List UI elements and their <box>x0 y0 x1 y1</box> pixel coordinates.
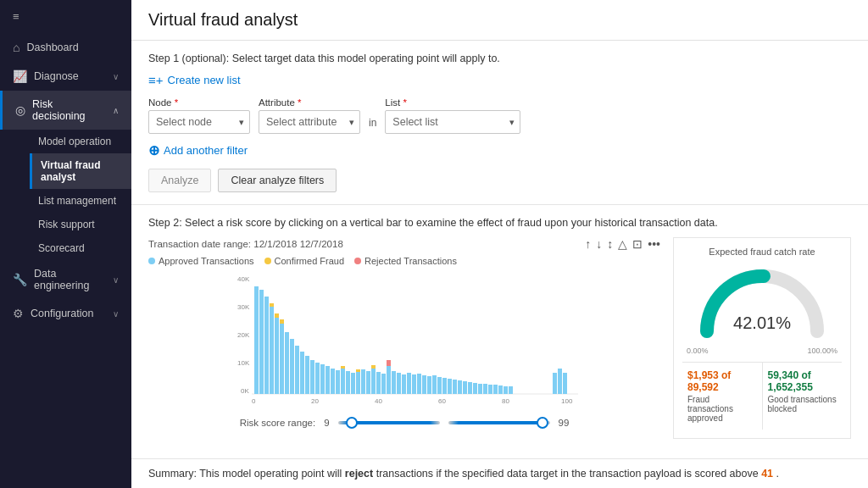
risk-min: 9 <box>324 418 329 428</box>
date-range: Transaction date range: 12/1/2018 12/7/2… <box>148 239 343 249</box>
svg-rect-37 <box>356 369 360 372</box>
gauge-container: 42.01% <box>694 263 830 340</box>
svg-text:30K: 30K <box>237 303 250 311</box>
legend-item-fraud: Confirmed Fraud <box>264 256 345 266</box>
down-arrow-icon[interactable]: ↓ <box>596 237 602 251</box>
svg-rect-19 <box>280 324 284 394</box>
triangle-icon[interactable]: △ <box>618 237 627 251</box>
svg-rect-52 <box>422 375 426 394</box>
sidebar-item-risk-support[interactable]: Risk support <box>30 213 131 236</box>
page-title: Virtual fraud analyst <box>148 10 851 30</box>
date-to: 12/7/2018 <box>300 239 343 249</box>
action-buttons: Analyze Clear analyze filters <box>148 169 851 192</box>
chart-right-panel: Expected fraud catch rate 42.01% 0.00% <box>673 237 851 439</box>
sidebar-item-configuration[interactable]: ⚙ Configuration ∨ <box>0 299 131 328</box>
attribute-select[interactable]: Select attribute <box>259 110 360 134</box>
step1-section: Step 1 (optional): Select target data th… <box>131 41 868 205</box>
risk-min-slider[interactable] <box>338 421 440 424</box>
node-required-mark: * <box>172 97 179 108</box>
svg-rect-39 <box>366 371 370 394</box>
sidebar-item-risk-decisioning[interactable]: ◎ Risk decisioning ∧ <box>0 91 131 130</box>
risk-range-row: Risk score range: 9 99 <box>148 418 660 428</box>
sidebar-item-list-management[interactable]: List management <box>30 189 131 213</box>
home-icon: ⌂ <box>13 41 19 54</box>
svg-rect-14 <box>264 297 269 394</box>
svg-text:0: 0 <box>252 397 256 405</box>
filter-row: Node * Select node Attribute * Select at… <box>148 97 851 134</box>
svg-text:0K: 0K <box>241 387 249 395</box>
svg-rect-62 <box>473 383 477 394</box>
svg-rect-20 <box>280 319 284 324</box>
svg-rect-26 <box>310 360 314 394</box>
svg-rect-34 <box>346 371 350 394</box>
svg-rect-69 <box>509 386 513 394</box>
sidebar-item-label: Model operation <box>38 136 111 147</box>
legend-label-rejected: Rejected Transactions <box>364 256 457 266</box>
up-arrow-icon[interactable]: ↑ <box>585 237 591 251</box>
svg-rect-58 <box>453 380 457 394</box>
list-add-icon: ≡+ <box>148 73 164 87</box>
create-new-list-button[interactable]: ≡+ Create new list <box>148 73 241 87</box>
stat-good-blocked-label: Good transactions blocked <box>768 395 837 413</box>
svg-rect-31 <box>336 370 340 394</box>
chart-legend: Approved Transactions Confirmed Fraud Re… <box>148 256 660 266</box>
svg-rect-13 <box>259 290 264 394</box>
svg-rect-35 <box>351 373 355 394</box>
list-filter-group: List * Select list <box>385 97 520 134</box>
risk-max-slider[interactable] <box>448 421 550 424</box>
attribute-required-mark: * <box>295 97 302 108</box>
bar-chart[interactable]: 40K 30K 20K 10K 0K 0 20 40 60 80 100 <box>148 271 660 407</box>
stat-fraud-approved-value: $1,953 of 89,592 <box>687 369 757 393</box>
sidebar-item-model-operation[interactable]: Model operation <box>30 130 131 153</box>
chevron-down-icon: ∨ <box>113 275 119 285</box>
attribute-filter-group: Attribute * Select attribute <box>259 97 360 134</box>
analyze-button[interactable]: Analyze <box>148 169 211 192</box>
legend-item-approved: Approved Transactions <box>148 256 254 266</box>
chart-area: Transaction date range: 12/1/2018 12/7/2… <box>148 237 851 439</box>
add-filter-button[interactable]: ⊕ Add another filter <box>148 142 851 158</box>
svg-text:20: 20 <box>311 397 319 405</box>
sidebar-item-diagnose[interactable]: 📈 Diagnose ∨ <box>0 62 131 91</box>
gauge-title: Expected fraud catch rate <box>709 247 815 257</box>
svg-rect-70 <box>553 373 557 394</box>
clear-filters-button[interactable]: Clear analyze filters <box>218 169 337 192</box>
svg-rect-38 <box>361 369 365 394</box>
attribute-label: Attribute * <box>259 97 360 108</box>
risk-range-label: Risk score range: <box>240 418 315 428</box>
attribute-select-wrapper: Select attribute <box>259 110 360 134</box>
node-select[interactable]: Select node <box>148 110 250 134</box>
sidebar-item-scorecard[interactable]: Scorecard <box>30 236 131 260</box>
gauge-value: 42.01% <box>733 313 791 332</box>
stat-good-blocked: 59,340 of 1,652,355 Good transactions bl… <box>763 363 843 430</box>
updown-arrow-icon[interactable]: ↕ <box>607 237 613 251</box>
sidebar-item-data-engineering[interactable]: 🔧 Data engineering ∨ <box>0 260 131 299</box>
gauge-labels: 0.00% 100.00% <box>682 347 842 355</box>
risk-icon: ◎ <box>15 103 25 117</box>
step2-section: Step 2: Select a risk score by clicking … <box>131 205 868 458</box>
stats-row: $1,953 of 89,592 Fraud transactions appr… <box>682 362 842 430</box>
svg-rect-42 <box>376 372 381 394</box>
sidebar-item-label: Dashboard <box>26 42 78 53</box>
sidebar-item-virtual-fraud-analyst[interactable]: Virtual fraud analyst <box>30 153 131 189</box>
sidebar-item-dashboard[interactable]: ⌂ Dashboard <box>0 33 131 62</box>
svg-rect-44 <box>387 366 391 394</box>
more-options-icon[interactable]: ••• <box>648 237 660 251</box>
svg-rect-24 <box>300 352 304 394</box>
sidebar-submenu-risk: Model operation Virtual fraud analyst Li… <box>0 130 131 260</box>
list-select[interactable]: Select list <box>385 110 520 134</box>
svg-rect-49 <box>407 373 411 394</box>
svg-rect-33 <box>341 366 345 369</box>
summary-threshold: 41 <box>761 468 773 480</box>
sidebar-item-label: Diagnose <box>34 70 79 82</box>
svg-rect-47 <box>397 373 401 394</box>
svg-rect-12 <box>254 286 259 394</box>
svg-rect-68 <box>504 386 508 394</box>
svg-rect-23 <box>295 346 299 394</box>
sidebar: ≡ ⌂ Dashboard 📈 Diagnose ∨ ◎ Risk decisi… <box>0 0 131 488</box>
legend-label-approved: Approved Transactions <box>159 256 254 266</box>
svg-rect-63 <box>478 384 482 394</box>
stat-fraud-approved-label: Fraud transactions approved <box>687 395 757 423</box>
svg-rect-61 <box>468 382 472 394</box>
hamburger-button[interactable]: ≡ <box>0 0 131 33</box>
export-icon[interactable]: ⊡ <box>632 237 643 251</box>
